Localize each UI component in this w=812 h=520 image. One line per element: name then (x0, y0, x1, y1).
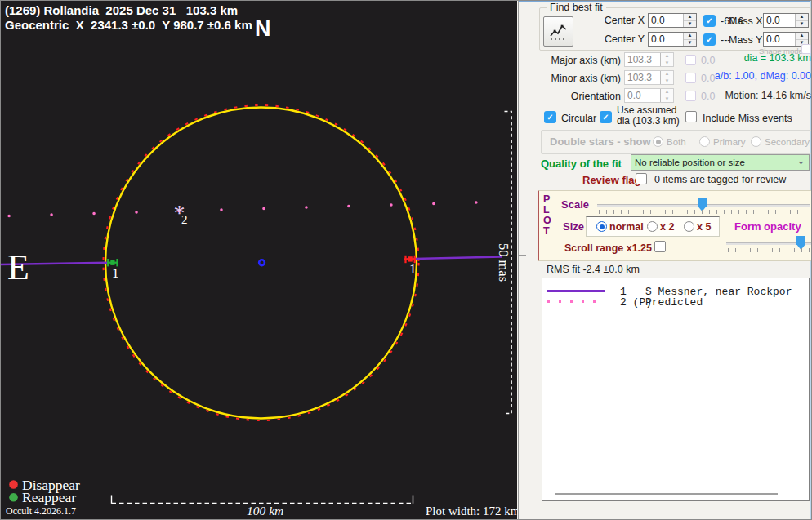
find-best-fit-title: Find best fit (547, 2, 606, 13)
spin-up-icon[interactable]: ▲ (684, 14, 696, 20)
scroll-range-label: Scroll range x1.25 (564, 242, 652, 254)
form-opacity-label: Form opacity (734, 220, 801, 233)
center-y-spinner[interactable]: 0.0 ▲▼ (648, 32, 697, 47)
double-stars-both-radio (653, 136, 663, 147)
circular-checkbox[interactable]: ✓ (544, 111, 556, 123)
fit-y-checkbox[interactable]: ✓ (703, 33, 716, 46)
observation-list[interactable]: 1 S Messner, near Rockpor 2 (P) Predicte… (542, 278, 810, 501)
check-icon: ✓ (547, 113, 553, 122)
find-best-fit-button[interactable] (543, 16, 573, 47)
spin-down-icon: ▼ (661, 78, 673, 85)
spin-up-icon: ▲ (661, 53, 673, 60)
size-label: Size (563, 220, 584, 233)
quality-of-fit-value: No reliable position or size (635, 158, 745, 167)
mass-x-spinner[interactable]: 0.0 ▲▼ (763, 13, 809, 28)
circular-label: Circular (561, 113, 596, 124)
chord1-right-segment (408, 257, 502, 260)
double-stars-secondary-label: Secondary (765, 137, 810, 147)
observation-row[interactable]: 1 S Messner, near Rockpor (542, 286, 809, 296)
plot-letter-t: T (543, 225, 550, 237)
spin-up-icon[interactable]: ▲ (684, 33, 696, 39)
check-icon: ✓ (706, 35, 712, 44)
plot-controls-box: P L O T Scale Size normal x 2 x 5 Form o… (538, 190, 812, 261)
size-normal-label: normal (609, 221, 644, 233)
size-x5-label: x 5 (697, 221, 711, 233)
plot-title-line2: Geocentric X 2341.3 ±0.0 Y 980.7 ±0.6 km (5, 18, 252, 33)
center-x-spinner[interactable]: 0.0 ▲▼ (648, 13, 697, 28)
diameter-text: dia = 103.3 km (700, 52, 811, 64)
occult-window: 1 1 * 2 N E 50 mas 100 km (0, 0, 812, 520)
center-y-label: Center Y (574, 33, 645, 45)
double-stars-primary-label: Primary (713, 137, 746, 147)
chord1-left-label: 1 (112, 265, 119, 281)
reappear-legend-label: Reappear (22, 489, 76, 505)
spin-down-icon: ▼ (661, 96, 673, 103)
mas-scale-label: 50 mas (496, 243, 511, 282)
splitter-grip[interactable] (519, 255, 526, 256)
axis-ratio-text: a/b: 1.00, dMag: 0.00 (700, 70, 811, 82)
review-flags-text: 0 items are tagged for review (654, 174, 786, 185)
minor-axis-fit-checkbox (685, 73, 696, 83)
orientation-spinner: 0.0 ▲▼ (624, 88, 674, 103)
asteroid-limb-circle (105, 108, 417, 419)
chord-style-swatch-dotted (547, 300, 605, 303)
minor-axis-label: Minor axis (km) (519, 73, 621, 84)
include-miss-checkbox[interactable] (685, 111, 697, 122)
size-x2-label: x 2 (660, 221, 674, 233)
observation-row[interactable]: 2 (P) Predicted (542, 296, 809, 307)
predicted-track-label: 2 (181, 213, 188, 226)
predicted-path-dotted-line (9, 202, 516, 216)
spin-up-icon: ▲ (661, 89, 673, 96)
spin-up-icon[interactable]: ▲ (796, 14, 808, 20)
occultation-plot-area[interactable]: 1 1 * 2 N E 50 mas 100 km (1, 1, 517, 520)
body-center-dot (259, 260, 265, 265)
chevron-down-icon: ⌄ (796, 154, 805, 167)
scroll-range-checkbox[interactable] (654, 241, 666, 252)
size-x2-radio[interactable] (647, 221, 658, 232)
disappear-legend-dot (9, 480, 18, 489)
major-axis-label: Major axis (km) (519, 55, 621, 66)
size-x5-radio[interactable] (684, 221, 694, 232)
include-miss-label: Include Miss events (703, 113, 792, 124)
use-assumed-dia-checkbox[interactable]: ✓ (600, 111, 612, 123)
chord1-right-label: 1 (409, 261, 417, 277)
spin-down-icon[interactable]: ▼ (684, 20, 696, 28)
scale-bar-label: 100 km (247, 504, 283, 518)
plot-canvas[interactable]: 1 1 * 2 N E 50 mas 100 km (1, 1, 517, 520)
east-label: E (7, 247, 29, 287)
check-icon: ✓ (602, 113, 609, 122)
find-best-fit-group: Find best fit Center X 0.0 ▲▼ ✓ -60.6 Ma… (539, 7, 811, 51)
double-stars-both-label: Both (667, 137, 686, 147)
double-stars-secondary-radio (751, 136, 761, 147)
double-stars-group: Double stars - show Both Primary Seconda… (541, 130, 812, 154)
spin-down-icon[interactable]: ▼ (796, 20, 808, 28)
plot-letter-o: O (543, 215, 551, 226)
spin-down-icon: ▼ (661, 60, 673, 67)
major-axis-fit-checkbox (685, 55, 696, 65)
motion-text: Motion: 14.16 km/s (700, 90, 811, 101)
observation-name: Predicted (645, 296, 807, 309)
check-icon: ✓ (706, 16, 712, 25)
fit-x-checkbox[interactable]: ✓ (703, 15, 716, 27)
size-normal-radio[interactable] (596, 221, 607, 232)
north-label: N (255, 16, 271, 41)
minor-axis-spinner: 103.3 ▲▼ (624, 70, 674, 85)
review-flags-checkbox[interactable] (636, 173, 647, 184)
mass-x-label: Mass X (729, 16, 761, 27)
fit-chart-icon (548, 22, 569, 42)
quality-of-fit-dropdown[interactable]: No reliable position or size ⌄ (631, 154, 810, 171)
orientation-label: Orientation (519, 91, 621, 102)
mass-y-label: Mass Y (729, 34, 761, 46)
center-x-label: Center X (574, 15, 645, 26)
chord-style-swatch-solid (547, 290, 605, 292)
orientation-fit-checkbox (685, 91, 696, 101)
plot-letter-p: P (543, 193, 550, 205)
double-stars-primary-radio (699, 136, 710, 147)
fit-control-panel: Find best fit Center X 0.0 ▲▼ ✓ -60.6 Ma… (518, 1, 812, 520)
spin-up-icon[interactable]: ▲ (796, 33, 808, 39)
plot-width-label: Plot width: 172 km (426, 504, 517, 518)
size-radio-group: normal x 2 x 5 (586, 216, 720, 237)
plot-letter-l: L (543, 204, 550, 216)
double-stars-title: Double stars - show (550, 136, 651, 148)
spin-down-icon[interactable]: ▼ (684, 39, 696, 47)
